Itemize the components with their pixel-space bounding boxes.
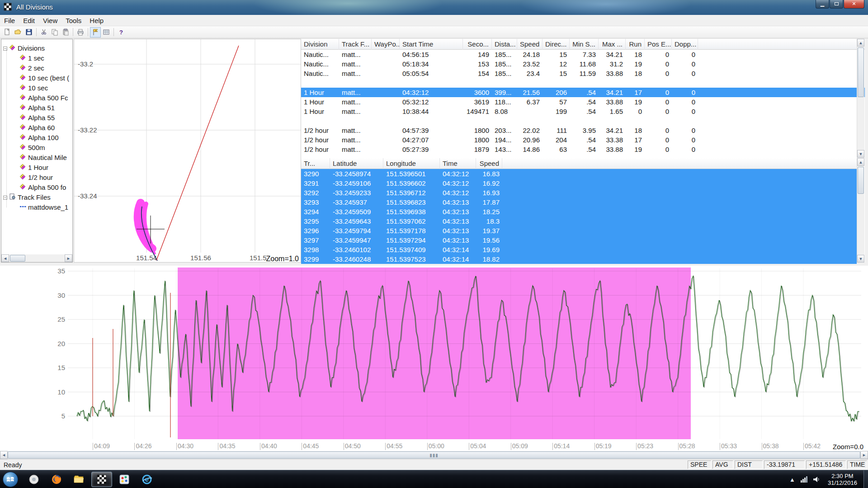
column-header[interactable]: Time <box>440 158 476 169</box>
tree-item-1-sec[interactable]: 1 sec <box>19 53 44 63</box>
title-bar[interactable]: All Divisions ▁ ✕ <box>0 0 868 15</box>
column-header[interactable]: Seco... <box>463 39 492 50</box>
table-row[interactable]: 3295-33.2459643151.539706204:32:1318.3 <box>301 216 857 226</box>
open-button[interactable] <box>13 27 24 38</box>
hidden-icons-chevron[interactable]: ▲ <box>789 476 795 483</box>
table-row[interactable]: Nautic...matt...04:56:15149185...24.1815… <box>301 50 865 59</box>
chart-horizontal-scrollbar[interactable]: ◄ ▮▮▮ ► <box>0 451 868 459</box>
scroll-up-arrow[interactable]: ▲ <box>857 158 864 166</box>
tree-item-alpha-60[interactable]: Alpha 60 <box>19 123 55 133</box>
taskbar-app-firefox[interactable] <box>46 472 67 487</box>
scroll-left-arrow[interactable]: ◄ <box>1 254 9 262</box>
tree-item-track-files[interactable]: −Track Files <box>3 192 51 202</box>
table-row[interactable]: 3297-33.2459947151.539729404:32:1319.56 <box>301 235 857 245</box>
column-header[interactable]: Direc... <box>542 39 570 50</box>
taskbar-app-internet-explorer[interactable]: e <box>137 472 157 487</box>
save-button[interactable] <box>24 27 34 38</box>
scroll-down-arrow[interactable]: ▼ <box>857 150 864 158</box>
copy-button[interactable] <box>49 27 60 38</box>
paste-button[interactable] <box>60 27 71 38</box>
column-header[interactable]: Dopp... <box>672 39 698 50</box>
maximize-button[interactable] <box>830 0 843 9</box>
tree-item-alpha-500-fo[interactable]: Alpha 500 fo <box>19 183 66 192</box>
column-header[interactable]: Dista... <box>492 39 517 50</box>
column-header[interactable]: Speed <box>517 39 542 50</box>
column-header[interactable]: Max ... <box>599 39 626 50</box>
table-row[interactable]: 3299-33.2460248151.539752304:32:1418.82 <box>301 254 857 264</box>
speed-trace-plot[interactable] <box>0 266 868 442</box>
network-icon[interactable] <box>801 476 808 483</box>
table-row[interactable]: 1/2 hourmatt...05:27:391879143...14.8663… <box>301 145 865 154</box>
table-row[interactable]: 3298-33.2460102151.539740904:32:1419.69 <box>301 245 857 254</box>
table-row[interactable]: 3290-33.2458974151.539650104:32:1216.83 <box>301 169 857 178</box>
tree-item-alpha-51[interactable]: Alpha 51 <box>19 103 55 113</box>
point-table-scrollbar[interactable]: ▲ ▼ <box>857 158 864 263</box>
volume-icon[interactable] <box>813 476 821 483</box>
scroll-right-arrow[interactable]: ► <box>860 451 868 459</box>
column-header[interactable]: Start Time <box>400 39 463 50</box>
table-row[interactable]: 1 Hourmatt...04:32:123600399...21.56206.… <box>301 88 865 97</box>
tree-item-nautical-mile[interactable]: Nautical Mile <box>19 153 67 163</box>
column-header[interactable]: Pos E... <box>645 39 672 50</box>
help-button[interactable]: ? <box>116 27 127 38</box>
scrollbar-thumb[interactable] <box>858 167 864 194</box>
scroll-up-arrow[interactable]: ▲ <box>857 39 864 47</box>
division-table-scrollbar[interactable]: ▲ ▼ <box>857 39 864 158</box>
tree-item-alpha-100[interactable]: Alpha 100 <box>19 133 59 143</box>
column-header[interactable]: Division <box>301 39 339 50</box>
scrollbar-thumb[interactable]: ▮▮▮ <box>8 451 860 459</box>
taskbar-app-all-divisions[interactable] <box>91 472 112 487</box>
table-row[interactable]: 3294-33.2459509151.539693804:32:1318.25 <box>301 207 857 216</box>
column-header[interactable]: Run <box>626 39 645 50</box>
minimize-button[interactable]: ▁ <box>816 0 829 9</box>
tree-item-alpha-55[interactable]: Alpha 55 <box>19 113 55 123</box>
menu-item-file[interactable]: File <box>0 15 19 26</box>
table-row[interactable]: 3293-33.245937151.539682304:32:1317.87 <box>301 197 857 207</box>
track-map-plot[interactable]: -33.2-33.22-33.24151.54151.56151.5Zoom=1… <box>74 39 301 262</box>
print-button[interactable] <box>75 27 86 38</box>
scrollbar-thumb[interactable] <box>10 255 25 262</box>
tree-item-500m[interactable]: 500m <box>19 143 45 153</box>
menu-item-view[interactable]: View <box>39 15 61 26</box>
tree-item-1-hour[interactable]: 1 Hour <box>19 163 48 173</box>
column-header[interactable]: WayPo... <box>372 39 400 50</box>
table-row[interactable]: 3292-33.2459233151.539671204:32:1216.93 <box>301 188 857 197</box>
column-header[interactable]: Min S... <box>570 39 599 50</box>
grid-button[interactable] <box>101 27 112 38</box>
table-row[interactable]: 1 Hourmatt...10:38:441494718.08199.541.6… <box>301 107 865 116</box>
scroll-down-arrow[interactable]: ▼ <box>857 255 864 263</box>
table-row[interactable]: 1/2 hourmatt...04:57:391800203...22.0211… <box>301 126 865 135</box>
menu-item-help[interactable]: Help <box>85 15 108 26</box>
table-row[interactable]: 1 Hourmatt...05:32:123619118...6.3757.54… <box>301 97 865 107</box>
tree-item-1-2-hour[interactable]: 1/2 hour <box>19 173 53 183</box>
scroll-right-arrow[interactable]: ► <box>65 254 72 262</box>
close-button[interactable]: ✕ <box>844 0 864 9</box>
menu-item-edit[interactable]: Edit <box>19 15 39 26</box>
scroll-left-arrow[interactable]: ◄ <box>0 451 8 459</box>
column-header[interactable]: Latitude <box>330 158 383 169</box>
column-header[interactable]: Track F... <box>339 39 372 50</box>
taskbar-app-media-player[interactable] <box>24 472 44 487</box>
menu-item-tools[interactable]: Tools <box>61 15 85 26</box>
scrollbar-thumb[interactable] <box>858 47 864 97</box>
table-row[interactable]: 3291-33.2459106151.539660204:32:1216.92 <box>301 178 857 188</box>
taskbar-app-paint[interactable] <box>114 472 135 487</box>
column-header[interactable]: Tr... <box>301 158 330 169</box>
table-row[interactable]: 1/2 hourmatt...04:27:071800194...20.9620… <box>301 135 865 145</box>
tree-item-10-sec-best-[interactable]: 10 sec (best ( <box>19 73 69 83</box>
column-header[interactable]: Speed <box>476 158 502 169</box>
start-button[interactable] <box>3 472 18 487</box>
table-row[interactable]: Nautic...matt...05:05:54154185...23.4151… <box>301 69 865 78</box>
column-header[interactable]: Longitude <box>383 158 440 169</box>
taskbar-app-explorer[interactable] <box>69 472 90 487</box>
cut-button[interactable] <box>38 27 49 38</box>
tree-item-alpha-500-fc[interactable]: Alpha 500 Fc <box>19 93 68 103</box>
show-desktop-button[interactable] <box>863 470 868 488</box>
tree-item-divisions[interactable]: −Divisions <box>3 43 45 53</box>
waypoint-flag-button[interactable]: A <box>90 27 101 38</box>
tree-horizontal-scrollbar[interactable]: ◄► <box>1 254 72 262</box>
table-row[interactable]: Nautic...matt...05:18:34153185...23.5212… <box>301 59 865 69</box>
tree-item-mattdowse-1[interactable]: mattdowse_1 <box>19 202 68 212</box>
tree-item-2-sec[interactable]: 2 sec <box>19 63 44 73</box>
table-row[interactable]: 3296-33.2459794151.539717804:32:1319.37 <box>301 226 857 235</box>
